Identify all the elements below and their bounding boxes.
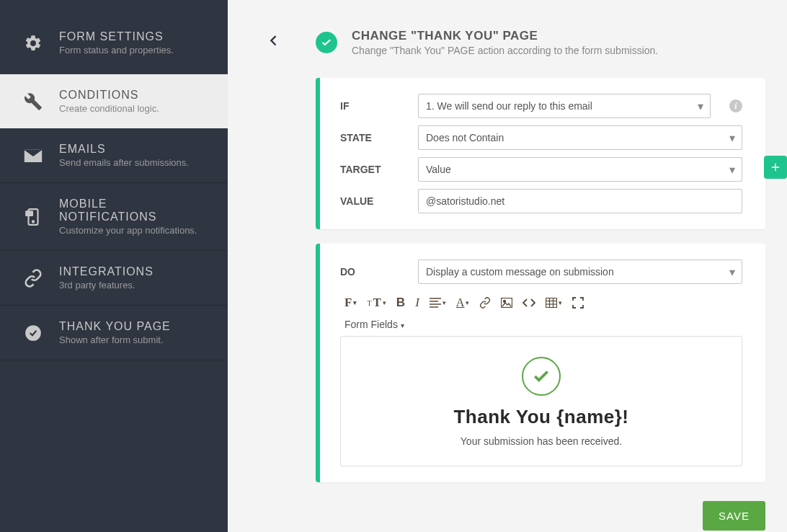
- sidebar-item-title: THANK YOU PAGE: [59, 320, 171, 333]
- sidebar-item-title: EMAILS: [59, 143, 189, 156]
- fullscreen-button[interactable]: [572, 297, 584, 309]
- italic-button[interactable]: I: [415, 296, 419, 310]
- sidebar-item-emails[interactable]: EMAILS Send emails after submissions.: [0, 128, 228, 183]
- bold-button[interactable]: B: [396, 296, 405, 310]
- if-select[interactable]: 1. We will send our reply to this email: [418, 94, 711, 118]
- state-label: STATE: [340, 132, 404, 143]
- sidebar-item-subtitle: Customize your app notifications.: [59, 225, 206, 236]
- align-button[interactable]: ▾: [430, 298, 446, 308]
- text-color-button[interactable]: A▾: [456, 296, 470, 309]
- sidebar-item-title: INTEGRATIONS: [59, 265, 154, 278]
- sidebar-item-title: CONDITIONS: [59, 89, 159, 102]
- svg-rect-13: [546, 298, 557, 308]
- table-button[interactable]: ▾: [546, 298, 562, 308]
- target-select[interactable]: Value: [418, 157, 742, 182]
- page-subtitle: Change "Thank You" PAGE action according…: [352, 45, 658, 56]
- sidebar-item-subtitle: 3rd party features.: [59, 280, 154, 291]
- thank-you-subtitle: Your submission has been received.: [355, 435, 727, 447]
- insert-image-button[interactable]: [501, 298, 512, 308]
- page-title: CHANGE "THANK YOU" PAGE: [352, 29, 658, 43]
- sidebar-item-subtitle: Form status and properties.: [59, 45, 174, 56]
- do-label: DO: [340, 266, 404, 278]
- state-select[interactable]: Does not Contain: [418, 125, 742, 150]
- main-content: CHANGE "THANK YOU" PAGE Change "Thank Yo…: [228, 0, 787, 532]
- check-circle-icon: [316, 32, 337, 53]
- svg-point-12: [504, 301, 506, 303]
- code-button[interactable]: [523, 298, 535, 308]
- add-condition-button[interactable]: [764, 156, 787, 179]
- tools-icon: [22, 92, 45, 111]
- sidebar-item-title: MOBILE NOTIFICATIONS: [59, 198, 206, 223]
- condition-panel: IF 1. We will send our reply to this ema…: [316, 78, 765, 229]
- check-circle-icon: [22, 324, 45, 342]
- svg-point-1: [32, 221, 34, 222]
- svg-point-5: [30, 212, 32, 213]
- font-size-button[interactable]: TT▾: [367, 296, 386, 310]
- envelope-icon: [22, 148, 45, 163]
- mobile-icon: [22, 208, 45, 226]
- sidebar-item-subtitle: Create conditional logic.: [59, 103, 159, 114]
- sidebar-item-form-settings[interactable]: FORM SETTINGS Form status and properties…: [0, 0, 228, 74]
- sidebar-item-mobile-notifications[interactable]: MOBILE NOTIFICATIONS Customize your app …: [0, 183, 228, 251]
- back-button[interactable]: [267, 31, 281, 54]
- sidebar-item-title: FORM SETTINGS: [59, 30, 174, 43]
- svg-point-3: [27, 212, 28, 213]
- insert-link-button[interactable]: [479, 297, 491, 309]
- sidebar-item-thank-you-page[interactable]: THANK YOU PAGE Shown after form submit.: [0, 306, 228, 360]
- if-label: IF: [340, 100, 404, 112]
- page-header: CHANGE "THANK YOU" PAGE Change "Thank Yo…: [267, 29, 765, 56]
- target-label: TARGET: [340, 164, 404, 175]
- gear-icon: [22, 34, 45, 53]
- form-fields-dropdown[interactable]: Form Fields ▾: [340, 319, 742, 330]
- save-button[interactable]: SAVE: [703, 501, 765, 531]
- sidebar-item-subtitle: Send emails after submissions.: [59, 157, 189, 168]
- value-label: VALUE: [340, 195, 404, 207]
- thank-you-title: Thank You {name}!: [355, 406, 727, 428]
- sidebar-item-integrations[interactable]: INTEGRATIONS 3rd party features.: [0, 251, 228, 306]
- do-panel: DO Display a custom message on submissio…: [316, 244, 765, 482]
- sidebar-item-subtitle: Shown after form submit.: [59, 334, 171, 345]
- check-circle-icon: [522, 357, 561, 396]
- message-editor[interactable]: Thank You {name}! Your submission has be…: [340, 336, 742, 466]
- sidebar-item-conditions[interactable]: CONDITIONS Create conditional logic.: [0, 74, 228, 128]
- editor-toolbar: F▾ TT▾ B I ▾ A▾: [340, 293, 742, 313]
- svg-point-6: [25, 325, 41, 341]
- info-icon[interactable]: i: [729, 99, 742, 112]
- font-family-button[interactable]: F▾: [344, 296, 357, 310]
- value-input[interactable]: [418, 189, 742, 213]
- svg-point-4: [29, 212, 30, 213]
- link-icon: [22, 269, 45, 288]
- sidebar: FORM SETTINGS Form status and properties…: [0, 0, 228, 532]
- do-select[interactable]: Display a custom message on submission: [418, 260, 742, 284]
